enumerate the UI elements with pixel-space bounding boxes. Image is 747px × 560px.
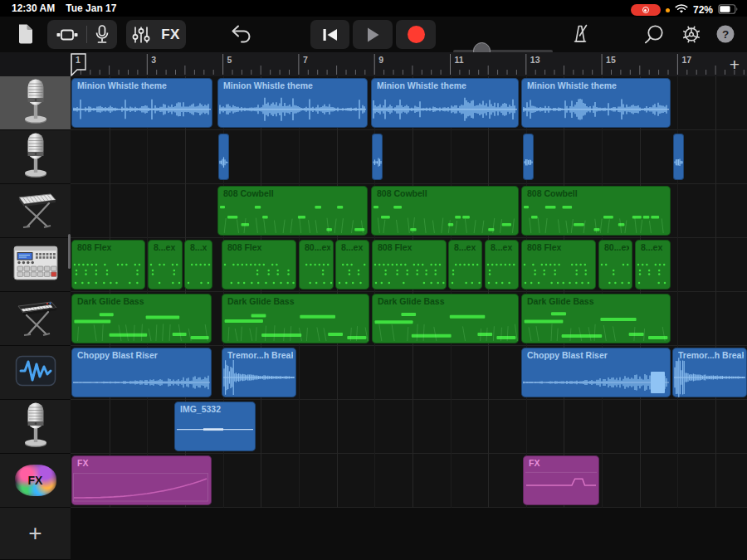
track-lane-1[interactable]: Minion Whistle themeMinion Whistle theme… <box>71 76 747 130</box>
microphone-inuse-dot <box>666 8 670 12</box>
wifi-icon <box>675 2 688 17</box>
microphone-icon <box>19 132 52 182</box>
track-header-6-waveform[interactable] <box>0 346 71 400</box>
track-header-1-microphone[interactable] <box>0 76 71 130</box>
region-8-ex[interactable]: 8...ex <box>485 240 519 290</box>
region-fx[interactable]: FX <box>523 455 599 505</box>
region-minion-whistle-theme[interactable]: Minion Whistle theme <box>371 78 519 128</box>
region-minion-whistle-theme[interactable]: Minion Whistle theme <box>71 78 212 128</box>
region-label: 8...ex <box>154 242 179 252</box>
region-label: 808 Flex <box>378 242 443 252</box>
region-audio-clip[interactable] <box>372 134 383 180</box>
region-808-cowbell[interactable]: 808 Cowbell <box>217 186 368 236</box>
region-8-ex[interactable]: 8...ex <box>448 240 482 290</box>
region-content <box>218 134 229 180</box>
region-8-ex[interactable]: 8...ex <box>635 240 671 290</box>
track-lane-2[interactable] <box>71 130 747 184</box>
region-label: Minion Whistle theme <box>77 80 209 90</box>
track-lane-6[interactable]: Choppy Blast RiserTremor...h BreakChoppy… <box>71 346 747 400</box>
region-audio-clip[interactable] <box>218 134 229 180</box>
track-header-3-keyboard-stand[interactable] <box>0 184 71 238</box>
region-label: IMG_5332 <box>180 404 252 414</box>
region-808-flex[interactable]: 808 Flex <box>372 240 447 290</box>
settings-button[interactable] <box>679 22 704 46</box>
region-808-cowbell[interactable]: 808 Cowbell <box>371 186 519 236</box>
play-button[interactable] <box>353 20 393 49</box>
region-label: Dark Glide Bass <box>227 296 366 306</box>
track-header-5-synth-keyboard[interactable] <box>0 292 71 346</box>
record-button[interactable] <box>396 20 436 49</box>
scrollbar-thumb[interactable] <box>68 234 71 269</box>
status-date: Tue Jan 17 <box>66 2 116 14</box>
region-80-ex[interactable]: 80...ex <box>299 240 334 290</box>
region-label: Choppy Blast Riser <box>527 350 667 360</box>
region-fx[interactable]: FX <box>71 455 212 505</box>
region-tremor-h-break[interactable]: Tremor...h Break <box>672 348 747 397</box>
region-dark-glide-bass[interactable]: Dark Glide Bass <box>521 294 671 343</box>
plus-icon: + <box>28 522 42 545</box>
track-header-7-microphone[interactable] <box>0 400 71 454</box>
fx-button[interactable]: FX <box>155 20 186 49</box>
region-808-flex[interactable]: 808 Flex <box>222 240 296 290</box>
status-right: 72% <box>631 2 739 17</box>
track-header-8-fx[interactable]: FX <box>0 454 71 508</box>
track-header-column: FX+ <box>0 76 71 560</box>
region-tremor-h-break[interactable]: Tremor...h Break <box>222 348 296 397</box>
track-lane-4[interactable]: 808 Flex8...ex8...x808 Flex80...ex8...ex… <box>71 238 747 292</box>
help-button[interactable]: ? <box>715 23 736 45</box>
fx-icon: FX <box>15 465 56 496</box>
region-label: 808 Flex <box>527 242 593 252</box>
region-minion-whistle-theme[interactable]: Minion Whistle theme <box>521 78 671 128</box>
svg-text:9: 9 <box>378 55 383 65</box>
svg-text:?: ? <box>722 28 729 41</box>
region-dark-glide-bass[interactable]: Dark Glide Bass <box>372 294 519 343</box>
track-lane-7[interactable]: IMG_5332 <box>71 400 747 454</box>
battery-percent: 72% <box>693 4 713 16</box>
region-80-ex[interactable]: 80...ex <box>598 240 632 290</box>
synth-keyboard-icon <box>13 295 58 343</box>
region-img-5332[interactable]: IMG_5332 <box>174 402 256 451</box>
region-dark-glide-bass[interactable]: Dark Glide Bass <box>71 294 212 343</box>
region-808-flex[interactable]: 808 Flex <box>71 240 145 290</box>
region-label: 808 Cowbell <box>377 188 515 198</box>
region-8-x[interactable]: 8...x <box>184 240 212 290</box>
add-bars-button[interactable]: + <box>724 53 745 75</box>
record-icon <box>408 26 425 43</box>
track-lane-3[interactable]: 808 Cowbell808 Cowbell808 Cowbell <box>71 184 747 238</box>
tracks-view-button[interactable] <box>47 20 86 49</box>
region-label: FX <box>529 458 596 468</box>
my-songs-button[interactable] <box>13 22 38 46</box>
screen-recording-indicator[interactable] <box>631 4 661 16</box>
svg-text:17: 17 <box>681 55 691 65</box>
region-808-flex[interactable]: 808 Flex <box>521 240 596 290</box>
region-label: 808 Flex <box>227 242 293 252</box>
track-lane-5[interactable]: Dark Glide BassDark Glide BassDark Glide… <box>71 292 747 346</box>
status-bar: 12:30 AM Tue Jan 17 72% <box>0 0 747 17</box>
undo-button[interactable] <box>227 22 254 46</box>
region-label: 8...ex <box>491 242 515 252</box>
region-label: 80...ex <box>305 242 330 252</box>
track-header-2-microphone[interactable] <box>0 130 71 184</box>
grid-bar-line <box>602 76 603 508</box>
go-to-beginning-button[interactable] <box>310 20 349 49</box>
loop-browser-button[interactable] <box>642 22 667 46</box>
region-choppy-blast-riser[interactable]: Choppy Blast Riser <box>71 348 212 397</box>
instrument-view-button[interactable] <box>87 20 117 49</box>
track-header-4-drum-machine[interactable] <box>0 238 71 292</box>
status-left: 12:30 AM Tue Jan 17 <box>12 2 116 14</box>
view-switch-group <box>47 20 117 49</box>
region-808-cowbell[interactable]: 808 Cowbell <box>521 186 671 236</box>
timeline-ruler[interactable]: 1357911131517 <box>71 52 747 76</box>
region-minion-whistle-theme[interactable]: Minion Whistle theme <box>217 78 368 128</box>
metronome-button[interactable] <box>568 22 593 46</box>
region-8-ex[interactable]: 8...ex <box>148 240 183 290</box>
region-audio-clip[interactable] <box>673 134 684 180</box>
region-choppy-blast-riser[interactable]: Choppy Blast Riser <box>521 348 671 397</box>
region-8-ex[interactable]: 8...ex <box>335 240 369 290</box>
track-controls-button[interactable] <box>126 20 155 49</box>
add-track-button[interactable]: + <box>0 508 71 560</box>
grid-bar-line <box>564 76 564 508</box>
track-lane-8[interactable]: FXFX <box>71 454 747 508</box>
region-audio-clip[interactable] <box>523 134 534 180</box>
region-dark-glide-bass[interactable]: Dark Glide Bass <box>222 294 369 343</box>
